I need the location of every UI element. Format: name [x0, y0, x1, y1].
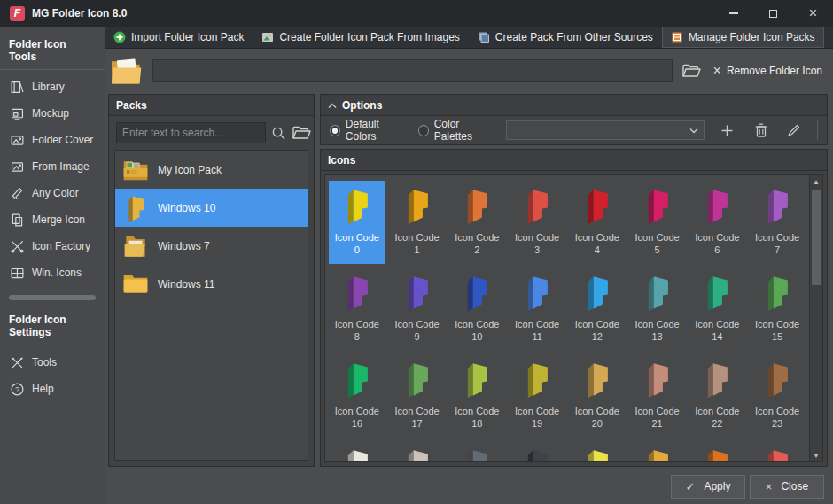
radio-default-colors[interactable]: Default Colors — [330, 118, 406, 143]
toolbar-button-create-pack-from-other-sources[interactable]: Create Pack From Other Sources — [469, 27, 662, 48]
folder-icon — [462, 360, 492, 401]
scrollbar-track[interactable] — [810, 188, 822, 449]
close-dialog-button[interactable]: × Close — [750, 475, 824, 499]
sidebar-item-win-icons[interactable]: Win. Icons — [0, 260, 105, 286]
scrollbar-thumb[interactable] — [812, 190, 821, 285]
open-pack-folder-icon[interactable] — [292, 122, 311, 143]
icon-grid-cell-31[interactable] — [749, 441, 806, 461]
import-icon — [113, 31, 126, 43]
icon-code-label: Icon Code 7 — [752, 232, 802, 257]
icon-grid-cell-21[interactable]: Icon Code 21 — [629, 354, 686, 438]
folder-classic-icon — [122, 233, 149, 260]
palette-dropdown[interactable] — [506, 120, 705, 140]
folder-icon — [582, 186, 612, 228]
remove-folder-icon-label: Remove Folder Icon — [727, 65, 822, 77]
icon-grid-cell-25[interactable] — [389, 441, 446, 461]
options-panel-header[interactable]: Options — [321, 95, 827, 116]
icon-grid-cell-3[interactable]: Icon Code 3 — [509, 181, 565, 264]
icon-grid-cell-6[interactable]: Icon Code 6 — [689, 181, 746, 264]
folder-icon — [342, 446, 372, 461]
icon-code-label: Icon Code 19 — [512, 406, 562, 430]
sidebar-item-icon-factory[interactable]: Icon Factory — [0, 233, 105, 260]
folder-icon — [462, 186, 492, 228]
icon-grid-cell-13[interactable]: Icon Code 13 — [629, 268, 686, 351]
window-controls: × — [713, 0, 833, 27]
icon-grid-cell-7[interactable]: Icon Code 7 — [749, 181, 806, 264]
delete-palette-button[interactable] — [751, 120, 772, 140]
scroll-down-arrow[interactable]: ▼ — [810, 449, 822, 461]
sidebar-item-folder-cover[interactable]: Folder Cover — [0, 127, 105, 153]
maximize-button[interactable] — [753, 0, 793, 27]
icon-grid-cell-30[interactable] — [689, 441, 746, 461]
remove-folder-icon-button[interactable]: × Remove Folder Icon — [710, 63, 826, 79]
icon-code-label: Icon Code 8 — [332, 319, 382, 344]
icon-grid-cell-4[interactable]: Icon Code 4 — [569, 181, 626, 264]
icon-grid-cell-10[interactable]: Icon Code 10 — [449, 268, 506, 351]
tools-icon — [9, 354, 25, 370]
icon-code-label: Icon Code 11 — [512, 319, 562, 344]
icon-grid-cell-11[interactable]: Icon Code 11 — [509, 268, 565, 351]
toolbar-button-import-folder-icon-pack[interactable]: Import Folder Icon Pack — [105, 27, 253, 48]
search-icon[interactable] — [271, 122, 286, 143]
icon-grid-cell-16[interactable]: Icon Code 16 — [329, 354, 385, 438]
sidebar-item-help[interactable]: ? Help — [0, 376, 105, 402]
icon-code-label: Icon Code 2 — [452, 232, 502, 257]
icon-grid-cell-20[interactable]: Icon Code 20 — [569, 354, 626, 438]
pack-item-windows-10[interactable]: Windows 10 — [115, 189, 308, 227]
icon-grid-cell-24[interactable] — [329, 441, 385, 461]
folder-icon — [462, 446, 492, 461]
icons-panel: Icons Icon Code 0 Icon Code 1 Icon Code … — [320, 149, 828, 467]
sidebar-item-library[interactable]: Library — [0, 74, 105, 100]
icon-grid-cell-17[interactable]: Icon Code 17 — [389, 354, 446, 438]
sidebar-splitter[interactable] — [9, 295, 96, 300]
sidebar-item-merge-icon[interactable]: Merge Icon — [0, 206, 105, 233]
sidebar-item-label: Folder Cover — [32, 134, 93, 146]
close-button[interactable]: × — [793, 0, 833, 27]
scroll-up-arrow[interactable]: ▲ — [810, 175, 822, 188]
radio-color-palettes[interactable]: Color Palettes — [418, 118, 494, 143]
folder-icon — [402, 446, 432, 461]
sidebar-item-tools[interactable]: Tools — [0, 349, 105, 376]
sidebar-item-label: Help — [32, 383, 54, 395]
icon-grid-cell-0[interactable]: Icon Code 0 — [329, 181, 385, 264]
icon-grid-cell-19[interactable]: Icon Code 19 — [509, 354, 565, 438]
pack-item-windows-7[interactable]: Windows 7 — [115, 227, 308, 265]
icon-grid-cell-28[interactable] — [569, 441, 626, 461]
minimize-button[interactable] — [713, 0, 753, 27]
icon-grid-cell-15[interactable]: Icon Code 15 — [749, 268, 806, 351]
icon-grid-cell-26[interactable] — [449, 441, 506, 461]
pack-item-label: Windows 11 — [158, 278, 214, 291]
add-palette-button[interactable] — [717, 120, 738, 140]
icon-grid-cell-2[interactable]: Icon Code 2 — [449, 181, 506, 264]
icon-code-label: Icon Code 22 — [692, 406, 742, 430]
search-input[interactable] — [116, 122, 266, 143]
icon-grid-cell-14[interactable]: Icon Code 14 — [689, 268, 746, 351]
icon-grid-cell-18[interactable]: Icon Code 18 — [449, 354, 506, 438]
icon-grid-cell-27[interactable] — [509, 441, 565, 461]
pack-item-my-icon-pack[interactable]: My Icon Pack — [115, 151, 308, 189]
sidebar-item-any-color[interactable]: Any Color — [0, 180, 105, 206]
icon-code-label: Icon Code 20 — [572, 406, 622, 430]
icon-grid-cell-12[interactable]: Icon Code 12 — [569, 268, 626, 351]
icon-grid-cell-22[interactable]: Icon Code 22 — [689, 354, 746, 438]
icon-grid-cell-1[interactable]: Icon Code 1 — [389, 181, 446, 264]
toolbar-button-create-folder-icon-pack-from-images[interactable]: Create Folder Icon Pack From Images — [253, 27, 468, 48]
icon-grid-cell-8[interactable]: Icon Code 8 — [329, 268, 385, 351]
manage-icon — [671, 31, 683, 43]
icon-grid-cell-5[interactable]: Icon Code 5 — [629, 181, 686, 264]
icon-grid-cell-29[interactable] — [629, 441, 686, 461]
sidebar-item-label: Icon Factory — [32, 240, 90, 252]
icon-grid-cell-9[interactable]: Icon Code 9 — [389, 268, 446, 351]
folder-path-input[interactable] — [152, 59, 673, 82]
images-icon — [261, 31, 274, 43]
close-label: Close — [781, 480, 808, 492]
sidebar-item-mockup[interactable]: Mockup — [0, 100, 105, 127]
packs-list: My Icon Pack Windows 10 Windows 7 Window… — [114, 150, 308, 461]
pack-item-windows-11[interactable]: Windows 11 — [115, 265, 308, 303]
apply-button[interactable]: ✓ Apply — [671, 475, 745, 499]
sidebar-item-from-image[interactable]: From Image — [0, 153, 105, 180]
icon-grid-cell-23[interactable]: Icon Code 23 — [749, 354, 806, 438]
edit-palette-button[interactable] — [783, 120, 805, 140]
toolbar-button-manage-folder-icon-packs[interactable]: Manage Folder Icon Packs — [662, 27, 824, 48]
browse-folder-button[interactable] — [680, 60, 703, 81]
